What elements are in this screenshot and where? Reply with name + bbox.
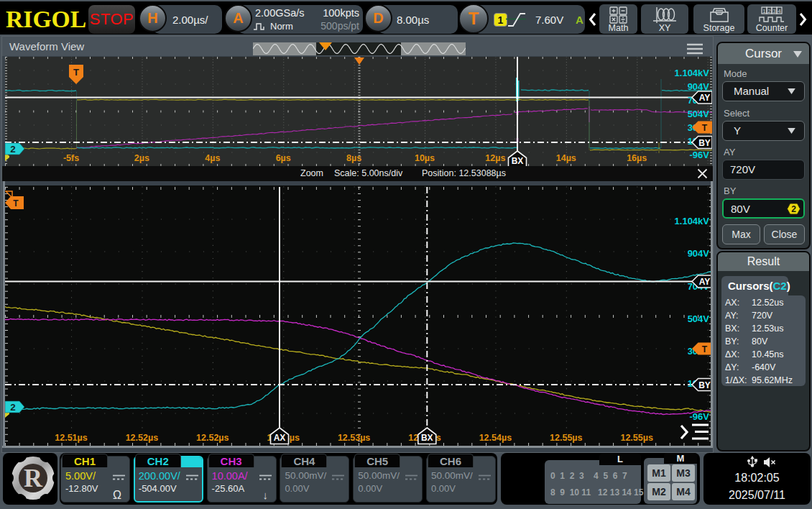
svg-text:AY: AY: [699, 93, 711, 103]
svg-text:504V: 504V: [688, 313, 710, 324]
svg-text:14µs: 14µs: [556, 153, 576, 163]
svg-text:2µs: 2µs: [134, 153, 149, 163]
svg-text:T: T: [13, 198, 19, 208]
svg-text:AY: AY: [699, 277, 711, 287]
svg-text:4µs: 4µs: [205, 153, 220, 163]
svg-text:2: 2: [10, 144, 16, 155]
svg-text:16µs: 16µs: [627, 153, 647, 163]
svg-text:904V: 904V: [688, 81, 710, 92]
svg-text:504V: 504V: [688, 109, 710, 119]
svg-text:-96V: -96V: [690, 150, 710, 160]
svg-text:12.53µs: 12.53µs: [338, 433, 370, 443]
svg-text:904V: 904V: [688, 248, 710, 259]
svg-text:2: 2: [767, 8, 771, 14]
svg-text:T: T: [702, 123, 708, 133]
svg-text:12.55µs: 12.55µs: [620, 433, 652, 443]
svg-text:12.51µs: 12.51µs: [55, 433, 87, 443]
svg-text:12.52µs: 12.52µs: [196, 433, 229, 443]
svg-text:8µs: 8µs: [346, 153, 361, 163]
svg-text:BY: BY: [698, 138, 711, 148]
svg-text:BX: BX: [512, 156, 524, 166]
svg-text:10µs: 10µs: [415, 153, 435, 163]
svg-text:1: 1: [762, 8, 766, 14]
svg-text:R: R: [24, 464, 43, 492]
svg-text:1.104kV: 1.104kV: [675, 68, 710, 78]
svg-text:6µs: 6µs: [276, 153, 291, 163]
svg-text:12µs: 12µs: [485, 153, 505, 163]
svg-text:T: T: [73, 67, 79, 78]
svg-text:12.54µs: 12.54µs: [479, 433, 512, 443]
svg-text:BY: BY: [698, 380, 711, 390]
svg-text:4: 4: [778, 8, 781, 14]
svg-text:2: 2: [10, 402, 16, 413]
svg-text:1.104kV: 1.104kV: [675, 216, 710, 226]
svg-text:AX: AX: [274, 433, 286, 443]
svg-text:-5fs: -5fs: [63, 153, 79, 163]
svg-text:-96V: -96V: [690, 411, 710, 422]
svg-text:12.55µs: 12.55µs: [550, 433, 582, 443]
svg-text:BX: BX: [421, 433, 433, 443]
svg-text:3: 3: [772, 8, 776, 14]
svg-text:2: 2: [791, 204, 796, 214]
svg-text:T: T: [702, 344, 708, 354]
svg-text:12.52µs: 12.52µs: [126, 433, 158, 443]
